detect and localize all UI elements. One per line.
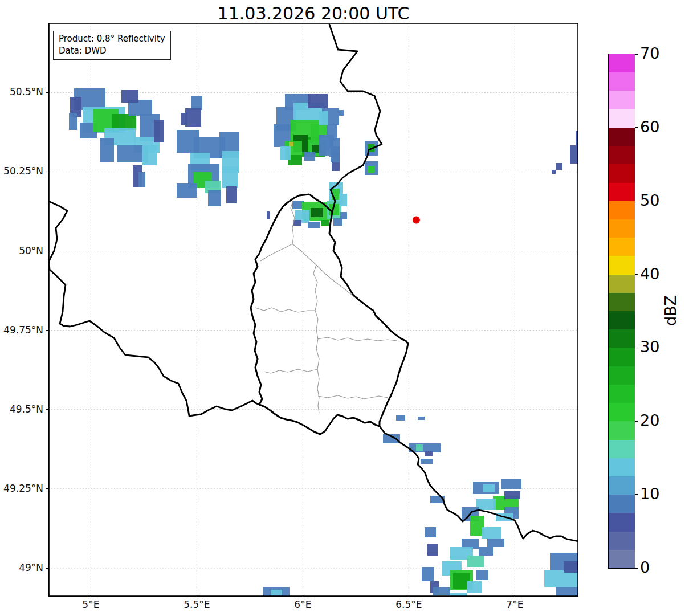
colorbar-tick-label: 0 <box>640 558 650 576</box>
colorbar-tick-label: 60 <box>640 118 659 136</box>
y-axis-tick-label: 49.75°N <box>0 324 43 336</box>
radar-echo <box>476 499 496 510</box>
x-axis-tick-mark <box>303 597 303 599</box>
colorbar-band <box>609 439 635 458</box>
colorbar-tick-label: 20 <box>640 412 659 430</box>
colorbar-band <box>609 54 635 73</box>
radar-echo <box>331 146 340 162</box>
radar-echo <box>181 113 187 125</box>
radar-map-canvas <box>48 23 578 597</box>
station-marker-dot <box>413 217 420 224</box>
radar-echo <box>289 142 293 146</box>
radar-echo <box>504 491 520 499</box>
colorbar-band <box>609 274 635 293</box>
radar-echo <box>271 590 282 595</box>
radar-echo <box>112 114 136 130</box>
radar-echo <box>226 186 237 203</box>
radar-echo <box>222 166 238 188</box>
radar-echo <box>425 451 433 456</box>
y-axis-tick-mark <box>46 92 48 93</box>
x-axis-tick-label: 6.5°E <box>395 599 422 610</box>
radar-echo <box>368 166 375 173</box>
radar-echo <box>467 581 482 593</box>
radar-echo <box>396 415 405 421</box>
colorbar-band <box>609 219 635 238</box>
colorbar-band <box>609 201 635 219</box>
radar-echo <box>308 222 320 228</box>
x-axis-tick-mark <box>409 597 409 599</box>
colorbar-band <box>609 238 635 256</box>
colorbar-band <box>609 513 635 532</box>
colorbar-tick-label: 70 <box>640 44 659 62</box>
colorbar-band <box>609 549 635 568</box>
colorbar-title: dBZ <box>662 295 679 326</box>
radar-echo <box>570 145 578 164</box>
colorbar-band <box>609 91 635 109</box>
radar-echo <box>427 544 438 556</box>
colorbar-band <box>609 421 635 440</box>
y-axis-tick-mark <box>46 488 48 489</box>
colorbar-tick-label: 40 <box>640 265 659 283</box>
figure-title: 11.03.2026 20:00 UTC <box>48 3 578 23</box>
radar-echo <box>467 556 484 567</box>
radar-echo <box>69 113 77 130</box>
colorbar-band <box>609 476 635 495</box>
radar-echo <box>191 96 202 110</box>
colorbar-band <box>609 495 635 513</box>
product-info-box: Product: 0.8° Reflectivity Data: DWD <box>53 31 171 60</box>
y-axis-tick-label: 50°N <box>0 245 43 256</box>
y-axis-tick-label: 49.5°N <box>0 403 43 415</box>
radar-echo <box>185 108 201 127</box>
y-axis-tick-mark <box>46 409 48 410</box>
radar-echo <box>501 479 521 489</box>
y-axis-tick-label: 49.25°N <box>0 483 43 494</box>
radar-echo <box>321 220 329 226</box>
colorbar-tick-mark <box>635 568 638 569</box>
y-axis-tick-mark <box>46 172 48 172</box>
radar-echo <box>177 183 197 198</box>
colorbar-band <box>609 109 635 128</box>
colorbar-tick-label: 10 <box>640 485 659 503</box>
radar-echo <box>418 417 425 420</box>
radar-echo <box>482 527 501 539</box>
radar-echo <box>340 212 347 219</box>
radar-echo <box>425 527 436 537</box>
radar-echo <box>487 539 504 547</box>
x-axis-tick-label: 6°E <box>294 599 311 610</box>
colorbar-band <box>609 292 635 311</box>
colorbar-band <box>609 329 635 348</box>
colorbar-tick-mark <box>635 274 638 275</box>
colorbar-tick-mark <box>635 201 638 202</box>
colorbar-band <box>609 72 635 91</box>
radar-echo <box>100 138 114 162</box>
radar-echo <box>556 587 578 597</box>
colorbar-tick-label: 50 <box>640 191 659 209</box>
radar-echo <box>564 561 578 573</box>
radar-echo <box>308 94 328 108</box>
colorbar-band <box>609 127 635 146</box>
radar-echo <box>422 567 434 581</box>
x-axis-tick-label: 5°E <box>82 599 99 610</box>
y-axis-tick-label: 50.5°N <box>0 86 43 97</box>
radar-echo <box>433 587 450 595</box>
colorbar-band <box>609 403 635 422</box>
colorbar-tick-mark <box>635 127 638 128</box>
radar-echo <box>280 146 291 160</box>
radar-echo <box>479 547 493 556</box>
radar-echo <box>267 211 270 219</box>
radar-echo <box>142 145 157 165</box>
y-axis-tick-mark <box>46 251 48 251</box>
colorbar-band <box>609 348 635 366</box>
radar-echo <box>319 111 328 125</box>
radar-echo <box>552 170 556 174</box>
radar-echo <box>121 90 138 103</box>
radar-echo <box>556 163 562 170</box>
radar-echo <box>311 208 323 217</box>
colorbar-band <box>609 164 635 183</box>
radar-echo <box>383 434 400 443</box>
radar-echo <box>138 172 145 187</box>
radar-echo <box>333 218 343 226</box>
colorbar-tick-label: 30 <box>640 338 659 356</box>
colorbar-band <box>609 366 635 385</box>
colorbar-tick-mark <box>635 421 638 422</box>
